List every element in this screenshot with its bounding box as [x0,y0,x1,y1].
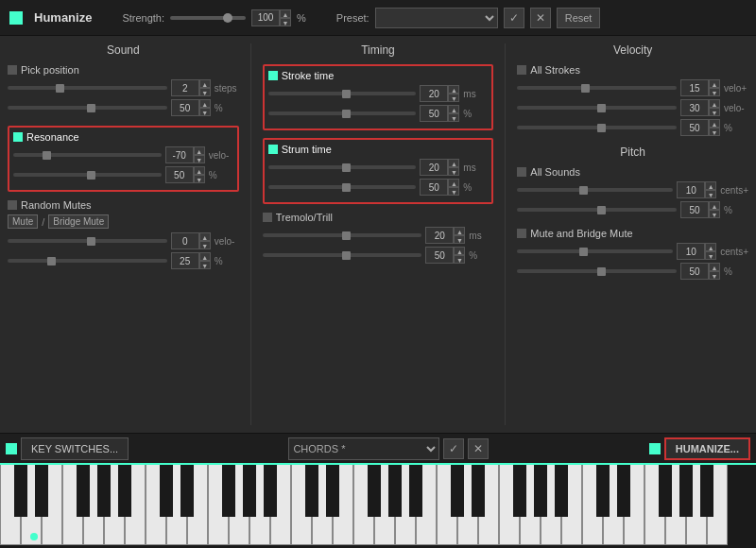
resonance-subsection: Resonance -70 ▲▼ velo- 50 ▲▼ % [8,126,239,192]
black-key[interactable] [326,465,339,517]
mute-bridge-slider1: 10 ▲▼ cents+ [517,243,748,260]
app-icon [9,11,23,25]
random-mutes-indicator [8,200,17,210]
piano-container [0,463,756,548]
all-sounds-slider1: 10 ▲▼ cents+ [517,181,748,198]
velocity-title: Velocity [517,43,748,57]
all-strokes-subsection: All Strokes 15 ▲▼ velo+ 30 ▲▼ velo- [517,64,748,136]
strum-time-subsection: Strum time 20 ▲▼ ms 50 ▲▼ % [263,138,494,204]
main-content: Sound Pick position 2 ▲▼ steps 50 ▲▼ [0,36,756,433]
bottom-bar: KEY SWITCHES... CHORDS * ✓ ✕ HUMANIZE... [0,433,756,463]
all-strokes-label: All Strokes [530,64,580,76]
timing-title: Timing [263,43,494,57]
black-key[interactable] [35,465,48,517]
black-key[interactable] [700,465,713,517]
preset-dropdown[interactable] [375,8,498,28]
mute-button[interactable]: Mute [8,214,38,229]
chords-close-button[interactable]: ✕ [468,438,489,459]
mute-bridge-indicator [517,229,526,238]
strum-time-indicator [268,145,278,154]
black-key[interactable] [534,465,547,517]
bridge-mute-button[interactable]: Bridge Mute [48,214,109,229]
strum-time-slider2: 50 ▲▼ % [268,179,489,196]
stroke-time-indicator [268,71,278,80]
all-strokes-indicator [517,65,526,75]
pick-position-slider2: 50 ▲▼ % [8,99,239,116]
all-sounds-slider2: 50 ▲▼ % [517,201,748,218]
pick-position-slider1: 2 ▲▼ steps [8,79,239,96]
tremolo-label: Tremolo/Trill [276,212,333,223]
preset-check-button[interactable]: ✓ [504,8,524,28]
divider-2 [505,43,506,425]
chords-check-button[interactable]: ✓ [443,438,464,459]
black-key[interactable] [451,465,464,517]
key-marker [30,533,38,540]
all-strokes-slider2: 30 ▲▼ velo- [517,99,748,116]
tremolo-slider1: 20 ▲▼ ms [263,227,494,244]
resonance-slider1: -70 ▲▼ velo- [13,146,233,163]
humanize-icon [649,443,661,454]
top-bar: Humanize Strength: 100 ▲ ▼ % Preset: ✓ ✕… [0,0,756,36]
chords-dropdown[interactable]: CHORDS * [288,437,439,460]
black-key[interactable] [97,465,111,517]
black-key[interactable] [118,465,131,517]
stroke-time-slider2: 50 ▲▼ % [268,105,489,122]
preset-group: Preset: ✓ ✕ Reset [336,8,601,28]
strength-group: Strength: 100 ▲ ▼ % [122,9,305,26]
tremolo-subsection: Tremolo/Trill 20 ▲▼ ms 50 ▲▼ % [263,212,494,264]
key-switches-button[interactable]: KEY SWITCHES... [21,437,129,460]
black-key[interactable] [77,465,90,517]
all-strokes-slider3: 50 ▲▼ % [517,119,748,136]
strum-time-slider1: 20 ▲▼ ms [268,159,489,176]
resonance-slider2: 50 ▲▼ % [13,166,233,183]
random-mutes-slider1: 0 ▲▼ velo- [8,232,239,249]
all-strokes-slider1: 15 ▲▼ velo+ [517,79,748,96]
black-key[interactable] [14,465,27,517]
velocity-pitch-section: Velocity All Strokes 15 ▲▼ velo+ 30 ▲▼ [517,43,748,425]
black-key[interactable] [679,465,693,517]
strength-down-arrow[interactable]: ▼ [280,18,291,26]
mute-bridge-slider2: 50 ▲▼ % [517,263,748,280]
black-key[interactable] [409,465,422,517]
black-key[interactable] [222,465,235,517]
mute-bridge-subsection: Mute and Bridge Mute 10 ▲▼ cents+ 50 ▲▼ … [517,228,748,280]
reset-button[interactable]: Reset [557,8,601,28]
divider-1 [250,43,251,425]
mute-divider: / [42,216,44,228]
stroke-time-slider1: 20 ▲▼ ms [268,85,489,102]
all-sounds-subsection: All Sounds 10 ▲▼ cents+ 50 ▲▼ % [517,166,748,218]
mute-row: Mute / Bridge Mute [8,214,239,229]
black-key[interactable] [617,465,630,517]
black-key[interactable] [305,465,318,517]
strength-unit: % [297,12,306,24]
strength-slider[interactable] [170,16,246,20]
black-key[interactable] [243,465,256,517]
chords-group: CHORDS * ✓ ✕ [132,437,645,460]
black-key[interactable] [596,465,610,517]
black-key[interactable] [160,465,173,517]
preset-close-button[interactable]: ✕ [530,8,551,28]
black-key[interactable] [180,465,194,517]
stroke-time-label: Stroke time [282,70,335,81]
tremolo-indicator [263,213,272,222]
pick-position-label: Pick position [21,64,79,76]
black-key[interactable] [513,465,526,517]
stroke-time-subsection: Stroke time 20 ▲▼ ms 50 ▲▼ % [263,64,494,130]
sound-title: Sound [8,43,239,57]
black-key[interactable] [555,465,568,517]
random-mutes-slider2: 25 ▲▼ % [8,252,239,269]
black-key[interactable] [368,465,381,517]
strength-up-arrow[interactable]: ▲ [280,9,291,18]
resonance-indicator [13,132,23,142]
preset-label: Preset: [336,12,369,24]
mute-bridge-label: Mute and Bridge Mute [530,228,632,239]
black-key[interactable] [388,465,402,517]
humanize-group: HUMANIZE... [649,437,750,460]
humanize-button[interactable]: HUMANIZE... [664,437,750,460]
black-key[interactable] [472,465,485,517]
black-key[interactable] [659,465,672,517]
app-title: Humanize [34,10,92,25]
all-sounds-label: All Sounds [530,166,580,178]
strength-value-input[interactable]: 100 ▲ ▼ [251,9,291,26]
black-key[interactable] [264,465,277,517]
